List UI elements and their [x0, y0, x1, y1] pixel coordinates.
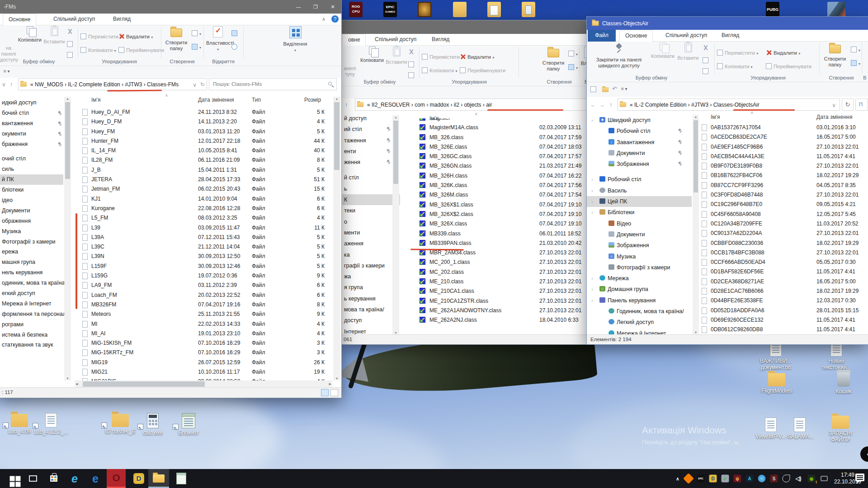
- copy-path-icon[interactable]: [703, 56, 710, 64]
- store-button[interactable]: [44, 469, 63, 488]
- sidebar-item[interactable]: очий стіл: [0, 154, 63, 164]
- forward-icon[interactable]: →: [599, 102, 605, 108]
- paste-button[interactable]: Вставити: [386, 47, 407, 65]
- file-row[interactable]: MB_326GC.class 07.04.2017 17:57: [416, 152, 587, 161]
- sidebar-item[interactable]: мова та країна/: [342, 304, 400, 315]
- file-row[interactable]: ME_262A2NJ.class 18.04.2010 6:33: [416, 315, 587, 325]
- delete-button[interactable]: Видалити ▾: [118, 33, 153, 39]
- details-view-toggle[interactable]: [321, 389, 329, 396]
- desktop-icon-calc[interactable]: calc.exe: [137, 413, 169, 436]
- file-row[interactable]: L39N 30.09.2013 12:50 Файл 5 К: [75, 252, 332, 261]
- file-row[interactable]: Huey_D_FM 14.11.2013 2:20 Файл 4 К: [75, 117, 332, 127]
- sidebar-item[interactable]: Фотографії з камери: [0, 237, 63, 247]
- paste-button[interactable]: Вставити: [43, 26, 65, 45]
- file-row[interactable]: MI 22.02.2013 14:33 Файл 4 К: [75, 319, 332, 329]
- desktop-icon-folder-document[interactable]: [522, 2, 535, 17]
- search-box[interactable]: П: [855, 99, 868, 111]
- sidebar-item[interactable]: статкування та звук: [0, 340, 63, 350]
- tray-satellite-icon[interactable]: [780, 469, 792, 488]
- sidebar-item[interactable]: ережа: [0, 247, 63, 257]
- easy-access-icon[interactable]: ▾: [192, 42, 201, 51]
- customize-toolbar-icon[interactable]: ≡ ▾: [4, 69, 10, 74]
- new-folder-button[interactable]: Створитипапку: [822, 42, 848, 68]
- desktop-icon-important-doc[interactable]: ВАЖЛИВИ... документ.txt: [754, 342, 797, 371]
- paste-shortcut-icon[interactable]: [703, 67, 710, 75]
- sidebar-item[interactable]: › Фотографії з камери: [587, 262, 692, 273]
- file-row[interactable]: ME_262A1ANOWOTNY.class 27.10.2013 22:01: [416, 306, 587, 315]
- sidebar-item[interactable]: графії з камери: [342, 260, 400, 271]
- desktop-icon-il2-hasher[interactable]: Il2 hasher_E: [100, 414, 140, 435]
- column-header-name[interactable]: Ім'я: [91, 97, 100, 103]
- tray-volume-icon[interactable]: ◁): [793, 469, 804, 488]
- file-row[interactable]: 0C90137A62D2204A 27.10.2013 22:01: [698, 229, 868, 238]
- file-row[interactable]: MB339.class 06.01.2011 18:52: [416, 229, 587, 239]
- sidebar-item[interactable]: й стіл: [342, 172, 400, 183]
- rename-button[interactable]: Перейменувати: [118, 47, 164, 53]
- column-header-name[interactable]: Ім'я: [711, 114, 720, 120]
- up-arrow-icon[interactable]: ↑: [10, 81, 13, 88]
- file-row[interactable]: MC_200_1.class 27.10.2013 22:01: [416, 258, 587, 267]
- tab-view[interactable]: Вигляд: [716, 30, 745, 42]
- tab-share[interactable]: Спільний доступ: [48, 14, 100, 25]
- file-row[interactable]: MB326FM 07.04.2017 19:16 Файл 8 К: [75, 300, 332, 310]
- open-icon[interactable]: [231, 29, 239, 37]
- tab-home[interactable]: Основне: [619, 30, 653, 42]
- file-row[interactable]: MB_326GN.class 21.03.2017 21:49: [416, 161, 587, 171]
- select-button[interactable]: Виділення▾: [270, 26, 320, 53]
- file-row[interactable]: MiG-15KISh_FM 07.10.2016 16:29 Файл 3 К: [75, 338, 332, 348]
- properties-button[interactable]: Властивості▾: [206, 26, 230, 52]
- desktop-icon-folder[interactable]: [453, 2, 467, 17]
- expand-chevron-icon[interactable]: ›: [591, 284, 593, 295]
- sidebar-item[interactable]: вантаження: [0, 118, 63, 129]
- sidebar-item[interactable]: ь: [342, 183, 400, 194]
- file-row[interactable]: 0B9F07DE3189F0B8 27.10.2013 22:01: [698, 161, 868, 171]
- tray-nvidia-icon[interactable]: ◉!: [806, 469, 817, 488]
- file-row[interactable]: MB_326M.class 07.04.2017 17:54: [416, 190, 587, 200]
- cut-icon[interactable]: [408, 48, 414, 56]
- move-to-button[interactable]: Перемістити ▾: [80, 33, 122, 39]
- tab-view[interactable]: Вигляд: [108, 14, 136, 25]
- copy-to-button[interactable]: Копіювати ▾: [422, 67, 458, 73]
- back-icon[interactable]: ←: [590, 102, 596, 108]
- file-row[interactable]: MB_326H.class 07.04.2017 16:22: [416, 171, 587, 181]
- sidebar-item[interactable]: енти: [342, 146, 400, 157]
- breadcrumb[interactable]: « IL-2 Complete Edition › #JTW3 › Classe…: [630, 102, 760, 108]
- sidebar-item[interactable]: › Бібліотеки: [587, 207, 692, 218]
- file-row[interactable]: J_B 15.04.2011 1:31 Файл 5 К: [75, 165, 332, 175]
- screen-edge-arrow[interactable]: ‹: [860, 446, 868, 462]
- desktop-icon-hearthstone[interactable]: [418, 2, 431, 17]
- file-row[interactable]: Huey_FM 03.01.2013 11:20 Файл 5 К: [75, 127, 332, 136]
- sidebar-item[interactable]: › Швидкий доступ: [587, 115, 692, 126]
- file-row[interactable]: 0B16B7622FB4CF06 18.02.2017 19:29: [698, 171, 868, 180]
- refresh-icon[interactable]: ↻: [200, 81, 205, 88]
- sidebar-item[interactable]: й ПК: [0, 174, 63, 185]
- title-bar[interactable]: Classes-ObjectsAir: [587, 17, 868, 30]
- sidebar-item[interactable]: › Завантаження: [587, 137, 692, 148]
- sidebar-item[interactable]: истема й безпека: [0, 330, 63, 340]
- rename-button[interactable]: Перейменувати: [460, 67, 505, 73]
- copy-path-icon[interactable]: [408, 60, 416, 68]
- sidebar-item[interactable]: ь керування: [342, 293, 400, 304]
- file-row[interactable]: MB_326.class 07.04.2017 17:59: [416, 133, 587, 142]
- history-icon[interactable]: [231, 42, 239, 51]
- up-arrow-icon[interactable]: ↑: [609, 102, 612, 108]
- file-row[interactable]: Huey_D_AI_FM 24.11.2013 8:32 Файл 5 К: [75, 108, 332, 117]
- close-button[interactable]: ✕: [324, 0, 341, 14]
- file-row[interactable]: IL28_FM 06.11.2016 21:09 Файл 8 К: [75, 155, 332, 165]
- sidebar-item[interactable]: › Легкий доступ: [587, 317, 692, 328]
- qat-properties-icon[interactable]: [590, 86, 596, 92]
- desktop-icon-flightmodels[interactable]: FlightModels: [754, 373, 799, 394]
- sidebar-item[interactable]: › Відео: [587, 218, 692, 229]
- file-row[interactable]: 0AB1537267A17054 03.01.2016 3:10: [698, 123, 868, 132]
- file-row[interactable]: 0DB0612C98260DB8 11.05.2017 4:41: [698, 325, 868, 334]
- desktop-icon-salama[interactable]: -SALAMA...: [780, 418, 819, 440]
- tab-home[interactable]: Основне: [3, 14, 36, 25]
- file-row[interactable]: Jetman_FM 06.02.2015 20:43 Файл 15 К: [75, 184, 332, 194]
- file-row[interactable]: MIG21BIS 09.08.2014 22:58 Файл 4 К: [75, 377, 332, 380]
- breadcrumb[interactable]: « NW_MODS › IL-2 Complete Edition › #JTW…: [30, 81, 179, 88]
- sidebar-item[interactable]: › Документи: [587, 229, 692, 240]
- tray-expand-button[interactable]: ∧: [672, 469, 684, 488]
- file-row[interactable]: Loach_FM 20.02.2013 22:52 Файл 6 К: [75, 291, 332, 300]
- sidebar-scrollbar[interactable]: ▲▼: [64, 97, 71, 380]
- sidebar-item[interactable]: рограми: [0, 319, 63, 330]
